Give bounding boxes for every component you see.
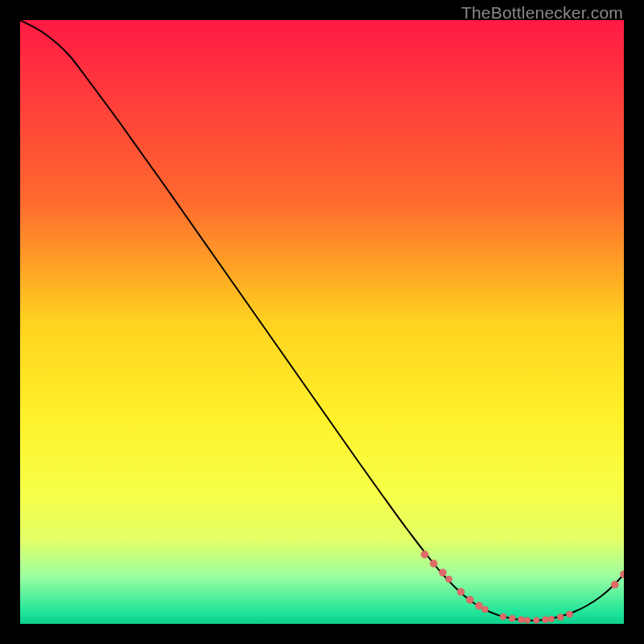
- data-marker: [421, 551, 428, 558]
- data-marker: [524, 617, 530, 624]
- data-marker: [543, 617, 549, 623]
- data-marker: [482, 606, 489, 613]
- plot-area: [20, 20, 624, 624]
- data-marker: [457, 588, 464, 596]
- data-markers: [421, 551, 624, 623]
- data-marker: [518, 617, 525, 623]
- data-marker: [567, 611, 573, 617]
- data-marker: [440, 569, 447, 576]
- data-marker: [500, 613, 506, 620]
- data-marker: [557, 614, 564, 621]
- data-marker: [509, 615, 515, 621]
- data-marker: [466, 597, 473, 604]
- chart-stage: TheBottlenecker.com: [0, 0, 644, 644]
- watermark-text: TheBottlenecker.com: [461, 3, 623, 23]
- data-marker: [446, 576, 452, 583]
- data-marker: [611, 581, 618, 588]
- data-marker: [476, 602, 483, 609]
- bottleneck-curve: [20, 20, 624, 621]
- data-marker: [548, 616, 555, 622]
- curve-layer: [20, 20, 624, 624]
- data-marker: [430, 560, 437, 568]
- data-marker: [533, 617, 539, 624]
